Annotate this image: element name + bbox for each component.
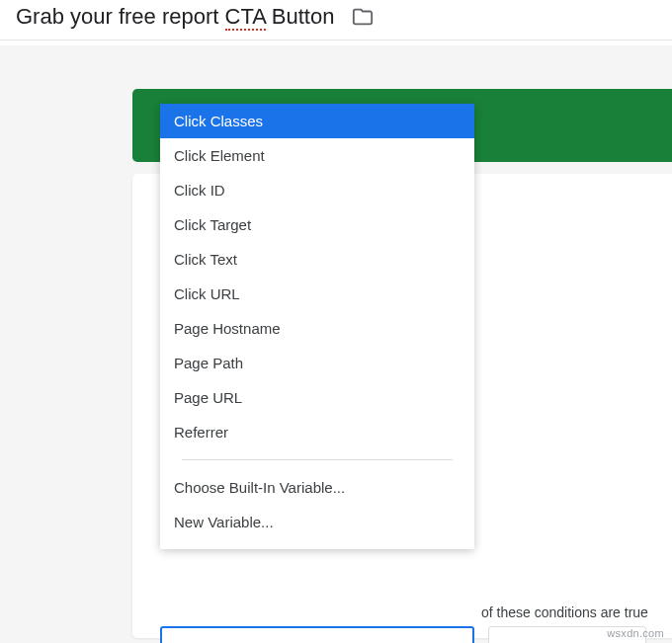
conditions-helper-text: of these conditions are true [481,599,666,626]
folder-icon[interactable] [352,6,374,28]
conditions-helper-label: of these conditions are true [481,604,648,620]
menu-item-referrer[interactable]: Referrer [160,415,474,449]
menu-item-click-id[interactable]: Click ID [160,173,474,207]
menu-item-page-hostname[interactable]: Page Hostname [160,311,474,346]
menu-divider [182,459,453,460]
stage: of these conditions are true Click Class… [0,45,672,643]
menu-item-click-target[interactable]: Click Target [160,207,474,242]
variable-select[interactable]: Click Classes ▼ [160,626,474,643]
page-header: Grab your free report CTA Button [0,0,672,40]
title-prefix: Grab your free report [16,4,218,29]
title-emphasis: CTA [225,4,266,31]
variable-dropdown-menu: Click Classes Click Element Click ID Cli… [160,104,474,549]
page-title[interactable]: Grab your free report CTA Button [16,4,334,30]
menu-item-page-url[interactable]: Page URL [160,380,474,415]
menu-item-click-url[interactable]: Click URL [160,277,474,311]
menu-item-click-classes[interactable]: Click Classes [160,104,474,138]
menu-item-page-path[interactable]: Page Path [160,346,474,380]
menu-item-click-element[interactable]: Click Element [160,138,474,173]
menu-item-choose-builtin[interactable]: Choose Built-In Variable... [160,470,474,505]
menu-item-new-variable[interactable]: New Variable... [160,505,474,539]
title-suffix: Button [272,4,335,29]
menu-item-click-text[interactable]: Click Text [160,242,474,277]
watermark: wsxdn.com [607,627,664,639]
